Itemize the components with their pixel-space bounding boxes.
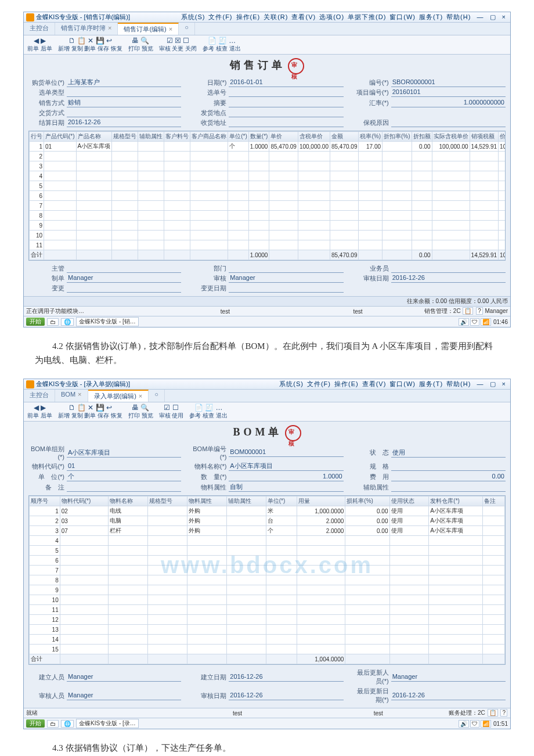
tab-new[interactable]: ○ bbox=[179, 23, 195, 35]
toolbar: ◀ ▶前单 后单 🗋 📋 ✕ 💾 ↩新增 复制 删单 保存 恢复 🖶 🔍打印 预… bbox=[24, 35, 510, 55]
header-form: BOM单组别(*)A小区车库项目 BOM单编号(*)BOM000001 状 态使… bbox=[28, 445, 506, 492]
paragraph: 4.2 依据销售协议(订单)，技术部制作后台配料单（BOM）。在此例中，我们项目… bbox=[35, 339, 499, 367]
tab-close-icon[interactable]: × bbox=[78, 391, 81, 398]
app-icon bbox=[26, 380, 34, 388]
maximize-icon[interactable]: ▢ bbox=[490, 13, 496, 20]
clock: 01:46 bbox=[493, 319, 508, 325]
window-title: 金蝶KIS专业版 - [销售订单(编辑)] bbox=[36, 13, 130, 21]
badge-icon: 📋 bbox=[488, 709, 498, 717]
window-title: 金蝶KIS专业版 - [录入单据(编辑)] bbox=[36, 380, 130, 388]
close-icon[interactable]: × bbox=[502, 13, 506, 20]
table-row: 203电脑外购台2.00000.00使用A小区车库项 bbox=[30, 516, 505, 526]
tray-icon[interactable]: 🛡 bbox=[470, 318, 479, 326]
tray-icon[interactable]: 📶 bbox=[481, 720, 491, 728]
doc-title: BOM单审核 bbox=[28, 425, 506, 441]
tab-bar: 主控台 销售订单序时簿× 销售订单(编辑)× ○ bbox=[24, 23, 510, 35]
footer-form: 主管 部门 业务员 制单Manager 审核Manager 审核日期2016-1… bbox=[28, 264, 506, 293]
badge-icon: 📋 bbox=[463, 307, 473, 315]
maximize-icon[interactable]: ▢ bbox=[490, 380, 496, 387]
footer-form: 建立人员Manager 建立日期2016-12-26 最后更新人员(*)Mana… bbox=[28, 668, 506, 704]
status-text: 就绪 bbox=[26, 709, 167, 717]
tray-icon[interactable]: 🗀 bbox=[47, 720, 59, 728]
tab-close-icon[interactable]: × bbox=[169, 26, 172, 33]
status-text: 正在调用子功能模块… bbox=[26, 307, 159, 315]
tray-icon[interactable]: 🔊 bbox=[459, 318, 469, 326]
number-field[interactable]: SBOR0000001 bbox=[391, 78, 506, 87]
tray-icon[interactable]: 🗀 bbox=[47, 318, 59, 326]
tab-list[interactable]: 销售订单序时簿× bbox=[55, 23, 118, 35]
table-row: 102电线外购米1,000.00000.00使用A小区车库项 bbox=[30, 506, 505, 516]
tray-icon[interactable]: 🌐 bbox=[61, 720, 74, 728]
start-button[interactable]: 开始 bbox=[26, 318, 45, 326]
start-button[interactable]: 开始 bbox=[26, 719, 45, 728]
help-icon[interactable]: ? bbox=[476, 307, 483, 315]
title-bar: 金蝶KIS专业版 - [销售订单(编辑)] 系统(S)文件(F)操作(E)关联(… bbox=[24, 12, 510, 23]
toolbar: ◀ ▶前单 后单 🗋 📋 ✕ 💾 ↩新增 复制 删单 保存 恢复 🖶 🔍打印 预… bbox=[24, 402, 510, 422]
header-form: 购货单位(*)上海某客户 日期(*)2016-01-01 编号(*)SBOR00… bbox=[28, 78, 506, 127]
menu-bar[interactable]: 系统(S)文件(F)操作(E)查看(V)窗口(W)服务(T)帮助(H) — ▢ … bbox=[130, 380, 508, 388]
app-icon bbox=[26, 13, 34, 21]
tray-icon[interactable]: 🛡 bbox=[470, 720, 479, 728]
table-row: 101A小区车库项个1.000085,470.09100,000.0085,47… bbox=[30, 142, 506, 152]
doc-title: 销售订单审核 bbox=[28, 58, 506, 74]
minimize-icon[interactable]: — bbox=[477, 13, 484, 20]
tray-icon[interactable]: 🌐 bbox=[61, 318, 74, 326]
paragraph: 4.3 依据销售协议（订单），下达生产任务单。 bbox=[35, 741, 499, 755]
tab-close-icon[interactable]: × bbox=[139, 393, 142, 399]
line-grid[interactable]: 行号产品代码(*)产品名称规格型号辅助属性客户料号客户商品名称单位(*)数量(*… bbox=[28, 131, 506, 261]
tray-icon[interactable]: 📶 bbox=[481, 318, 491, 326]
tab-main[interactable]: 主控台 bbox=[24, 23, 55, 35]
tab-bar: 主控台 BOM× 录入单据(编辑)× ○ bbox=[24, 390, 510, 402]
clock: 01:51 bbox=[493, 721, 508, 727]
tab-close-icon[interactable]: × bbox=[108, 24, 111, 31]
table-row: 307栏杆外购个2.00000.00使用A小区车库项 bbox=[30, 526, 505, 536]
tray-icon[interactable]: 🔊 bbox=[459, 720, 469, 728]
date-field[interactable]: 2016-01-01 bbox=[229, 78, 343, 87]
taskbar-app[interactable]: 金蝶KIS专业版 - [录… bbox=[76, 719, 139, 728]
audit-stamp-icon: 审核 bbox=[288, 58, 304, 74]
tab-bom[interactable]: BOM× bbox=[55, 390, 88, 402]
tab-edit[interactable]: 录入单据(编辑)× bbox=[88, 390, 149, 402]
title-bar: 金蝶KIS专业版 - [录入单据(编辑)] 系统(S)文件(F)操作(E)查看(… bbox=[24, 379, 510, 390]
credit-bar: 往来余额：0.00 信用额度：0.00 人民币 bbox=[407, 297, 508, 305]
tab-main[interactable]: 主控台 bbox=[24, 390, 55, 402]
menu-bar[interactable]: 系统(S)文件(F)操作(E)关联(R)查看(V)选项(O)单据下推(D)窗口(… bbox=[130, 13, 508, 21]
tab-new[interactable]: ○ bbox=[149, 390, 165, 402]
help-icon[interactable]: ? bbox=[500, 709, 507, 717]
customer-field[interactable]: 上海某客户 bbox=[67, 78, 181, 87]
minimize-icon[interactable]: — bbox=[477, 380, 484, 387]
audit-stamp-icon: 审核 bbox=[285, 425, 301, 441]
tab-edit[interactable]: 销售订单(编辑)× bbox=[118, 23, 179, 35]
close-icon[interactable]: × bbox=[502, 380, 506, 387]
line-grid[interactable]: 顺序号物料代码(*)物料名称规格型号物料属性辅助属性单位(*)用量损耗率(%)使… bbox=[28, 495, 506, 665]
taskbar-app[interactable]: 金蝶KIS专业版 - [销… bbox=[76, 317, 139, 326]
